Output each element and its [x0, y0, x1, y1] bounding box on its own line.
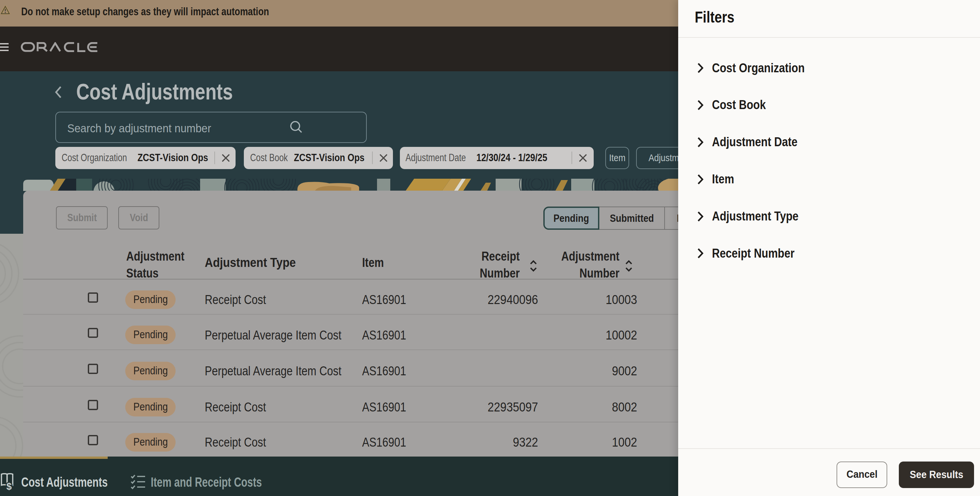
- svg-text:$: $: [6, 481, 11, 490]
- svg-text:Item and Receipt Costs: Item and Receipt Costs: [151, 474, 262, 490]
- svg-text:Cost Adjustments: Cost Adjustments: [21, 474, 108, 490]
- svg-text:Cost Adjustments: Cost Adjustments: [76, 79, 233, 104]
- svg-text:Do not make setup changes as t: Do not make setup changes as they will i…: [21, 5, 269, 18]
